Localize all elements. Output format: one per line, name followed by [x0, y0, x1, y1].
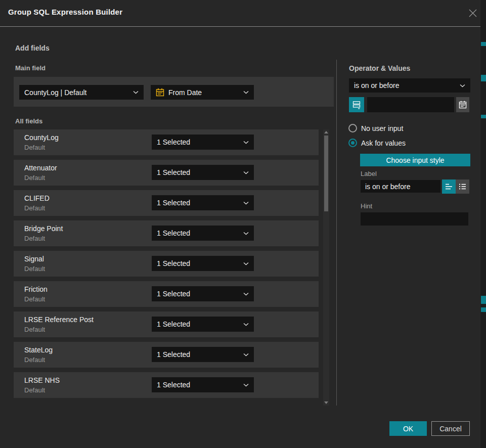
- field-row: Friction Default 1 Selected: [14, 281, 319, 307]
- dialog-surface: Group SQL Expression Builder Add fields …: [0, 0, 480, 448]
- radio-no-user-input-label: No user input: [361, 124, 403, 132]
- close-icon: [468, 9, 477, 18]
- field-selected-select[interactable]: 1 Selected: [152, 377, 254, 392]
- field-selected-select[interactable]: 1 Selected: [152, 195, 254, 210]
- chevron-down-icon: [460, 84, 465, 87]
- field-row: LRSE NHS Default 1 Selected: [14, 372, 319, 398]
- field-selected-select[interactable]: 1 Selected: [152, 165, 254, 180]
- radio-circle-icon: [348, 124, 357, 132]
- ok-button[interactable]: OK: [389, 421, 427, 436]
- app-background-sliver: [480, 0, 486, 448]
- chevron-down-icon: [133, 91, 139, 94]
- scrollbar-down-arrow-icon[interactable]: [324, 401, 328, 404]
- field-subtitle: Default: [24, 386, 45, 394]
- chevron-down-icon: [243, 353, 249, 356]
- hint-input[interactable]: [361, 212, 468, 226]
- field-row: Bridge Point Default 1 Selected: [14, 220, 319, 246]
- radio-ask-for-values[interactable]: Ask for values: [348, 139, 406, 147]
- main-field-date-value: From Date: [168, 88, 243, 97]
- field-selected-value: 1 Selected: [157, 259, 243, 267]
- panel-divider: [336, 60, 337, 406]
- background-fragment: [481, 307, 486, 312]
- background-fragment: [481, 75, 486, 81]
- list-icon: [459, 183, 467, 190]
- main-field-date-select[interactable]: From Date: [151, 85, 254, 100]
- value-input[interactable]: [367, 97, 454, 112]
- radio-no-user-input[interactable]: No user input: [348, 124, 403, 132]
- background-fragment: [481, 296, 486, 304]
- label-input[interactable]: [361, 180, 440, 193]
- field-subtitle: Default: [24, 326, 45, 333]
- field-selected-value: 1 Selected: [157, 229, 243, 237]
- field-subtitle: Default: [24, 356, 45, 364]
- field-selected-select[interactable]: 1 Selected: [152, 256, 254, 271]
- field-selected-value: 1 Selected: [157, 290, 243, 298]
- section-title: Add fields: [15, 44, 50, 52]
- single-line-style-button[interactable]: [442, 180, 456, 194]
- field-selected-select[interactable]: 1 Selected: [152, 286, 254, 301]
- field-name: Signal: [24, 255, 44, 263]
- cancel-button[interactable]: Cancel: [431, 421, 470, 436]
- chevron-down-icon: [243, 292, 249, 296]
- field-row: CLIFED Default 1 Selected: [14, 190, 319, 216]
- field-selected-value: 1 Selected: [157, 381, 243, 389]
- background-fragment: [481, 42, 486, 46]
- field-selected-select[interactable]: 1 Selected: [152, 135, 254, 150]
- field-name: CLIFED: [24, 194, 50, 202]
- field-name: Friction: [24, 285, 48, 293]
- chevron-down-icon: [243, 232, 249, 235]
- field-selected-value: 1 Selected: [157, 138, 243, 146]
- list-style-button[interactable]: [456, 180, 469, 194]
- group-sql-expression-builder-dialog: Group SQL Expression Builder Add fields …: [0, 0, 486, 448]
- label-caption: Label: [361, 170, 377, 177]
- field-name: LRSE NHS: [24, 376, 60, 384]
- chevron-down-icon: [243, 91, 249, 94]
- field-row: Signal Default 1 Selected: [14, 251, 319, 277]
- field-name: Attenuator: [24, 164, 57, 172]
- chevron-down-icon: [243, 262, 249, 265]
- field-row: LRSE Reference Post Default 1 Selected: [14, 311, 319, 337]
- calendar-icon: [156, 88, 164, 97]
- field-selected-value: 1 Selected: [157, 350, 243, 359]
- field-name: LRSE Reference Post: [24, 316, 94, 324]
- background-fragment: [481, 115, 486, 118]
- main-field-source-value: CountyLog | Default: [24, 88, 133, 97]
- calendar-icon: [459, 101, 467, 109]
- field-selected-value: 1 Selected: [157, 320, 243, 328]
- chevron-down-icon: [243, 201, 249, 205]
- operator-values-title: Operator & Values: [349, 64, 410, 72]
- field-selected-value: 1 Selected: [157, 199, 243, 207]
- choose-input-style-button[interactable]: Choose input style: [360, 154, 470, 166]
- scrollbar-thumb[interactable]: [324, 136, 328, 211]
- operator-select[interactable]: is on or before: [349, 78, 470, 93]
- field-selected-select[interactable]: 1 Selected: [152, 226, 254, 241]
- align-left-icon: [445, 183, 453, 190]
- chevron-down-icon: [243, 323, 249, 326]
- field-row: StateLog Default 1 Selected: [14, 342, 319, 368]
- stacked-values-icon: [352, 100, 361, 110]
- unique-values-button[interactable]: [349, 97, 364, 112]
- field-selected-select[interactable]: 1 Selected: [152, 317, 254, 332]
- radio-circle-checked-icon: [348, 139, 357, 147]
- field-name: StateLog: [24, 346, 53, 354]
- field-name: Bridge Point: [24, 225, 63, 233]
- fields-list-scrollbar[interactable]: [323, 129, 329, 406]
- field-subtitle: Default: [24, 295, 45, 303]
- field-row: CountyLog Default 1 Selected: [14, 129, 319, 155]
- main-field-source-select[interactable]: CountyLog | Default: [19, 85, 144, 100]
- scrollbar-up-arrow-icon[interactable]: [324, 131, 328, 133]
- dialog-title: Group SQL Expression Builder: [8, 8, 122, 16]
- field-row: Attenuator Default 1 Selected: [14, 160, 319, 186]
- calendar-picker-button[interactable]: [456, 97, 469, 112]
- field-selected-select[interactable]: 1 Selected: [152, 347, 254, 362]
- field-subtitle: Default: [24, 235, 45, 242]
- close-button[interactable]: [466, 7, 479, 20]
- hint-caption: Hint: [361, 202, 372, 210]
- chevron-down-icon: [243, 383, 249, 387]
- main-field-panel: CountyLog | Default From Date: [14, 77, 334, 107]
- main-field-label: Main field: [15, 64, 46, 72]
- chevron-down-icon: [243, 141, 249, 144]
- operator-value: is on or before: [354, 81, 460, 89]
- field-subtitle: Default: [24, 265, 45, 273]
- field-selected-value: 1 Selected: [157, 168, 243, 176]
